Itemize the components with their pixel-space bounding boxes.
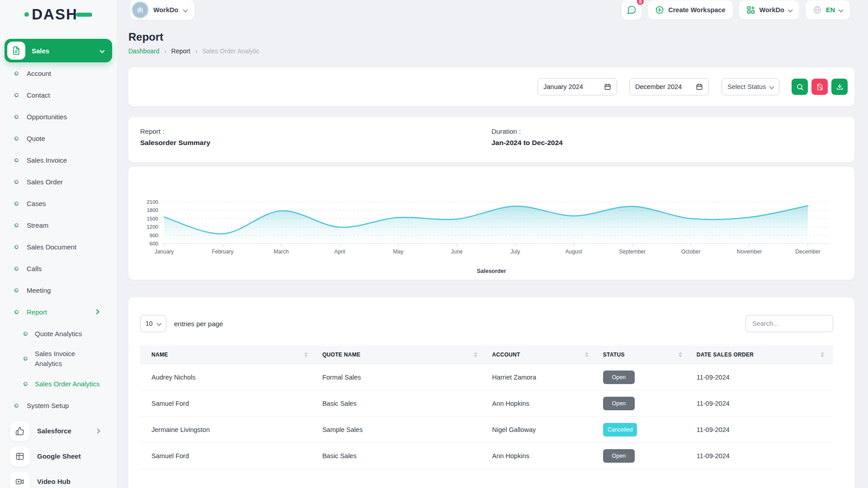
sidebar-group-sales[interactable]: Sales (5, 39, 112, 62)
chart-caption: Salesorder (128, 268, 854, 274)
column-header-quote-name[interactable]: QUOTE NAME (317, 346, 487, 364)
grid-plus-icon (746, 5, 755, 14)
cell-account: Harriet Zamora (486, 364, 597, 390)
status-badge: Open (603, 371, 635, 384)
language-selector[interactable]: EN (806, 0, 850, 19)
sidebar-item-quote-analytics[interactable]: Quote Analytics (24, 323, 112, 344)
cell-date: 11-09-2024 (691, 390, 833, 417)
sidebar-item-sales-invoice-analytics[interactable]: Sales Invoice Analytics (24, 344, 112, 373)
workspace-avatar (132, 2, 148, 18)
sidebar-item-sales-order-analytics[interactable]: Sales Order Analytics (24, 373, 112, 395)
notification-badge: 0 (636, 0, 645, 6)
sidebar-item-account[interactable]: Account (14, 62, 112, 84)
table-row[interactable]: Samuel Ford Basic Sales Ann Hopkins Open… (140, 443, 833, 469)
chevron-down-icon (99, 48, 104, 53)
search-input[interactable] (745, 315, 833, 332)
main-content: Report Dashboard › Report › Sales Order … (117, 20, 868, 488)
table-row[interactable]: Audrey Nichols Formal Sales Harriet Zamo… (140, 364, 833, 390)
cell-status: Cancelled (598, 417, 691, 443)
app-switcher[interactable]: WorkDo (739, 0, 799, 19)
sort-icon[interactable] (679, 352, 682, 357)
bullet-icon (14, 179, 19, 184)
sidebar-item-sales-document[interactable]: Sales Document (14, 236, 112, 258)
workspace-selector[interactable]: WorkDo (130, 0, 194, 20)
sidebar-item-report[interactable]: Report (14, 301, 112, 323)
create-workspace-button[interactable]: Create Workspace (648, 0, 732, 19)
sidebar-item-system-setup[interactable]: System Setup (14, 395, 112, 417)
end-month-input[interactable]: December 2024 (629, 78, 709, 95)
cell-name: Samuel Ford (140, 390, 317, 417)
sidebar-item-sales-invoice[interactable]: Sales Invoice (14, 149, 112, 171)
column-header-name[interactable]: NAME (140, 346, 317, 364)
workspace-name: WorkDo (153, 6, 178, 14)
cell-date: 11-09-2024 (691, 443, 833, 469)
sidebar-item-contact[interactable]: Contact (14, 84, 112, 106)
bullet-icon (14, 93, 19, 98)
create-workspace-label: Create Workspace (668, 6, 725, 14)
cell-account: Ann Hopkins (486, 390, 597, 417)
sort-icon[interactable] (585, 352, 589, 357)
sidebar-item-video-hub[interactable]: Video Hub (10, 469, 112, 488)
sidebar-item-opportunities[interactable]: Opportunities (14, 106, 112, 127)
status-select[interactable]: Select Status (722, 78, 779, 95)
page-size-select[interactable]: 10 (140, 315, 166, 332)
column-header-account[interactable]: ACCOUNT (486, 346, 597, 364)
bullet-icon (14, 114, 19, 119)
bullet-icon (14, 158, 19, 163)
cell-name: Jermaine Livingston (140, 417, 317, 443)
svg-text:February: February (212, 249, 233, 255)
logo-dash-icon (76, 13, 92, 17)
bullet-icon (14, 71, 19, 76)
reset-filter-button[interactable] (811, 79, 828, 95)
language-label: EN (826, 6, 835, 14)
bullet-icon (23, 381, 28, 386)
sidebar-item-calls[interactable]: Calls (14, 258, 112, 279)
bullet-icon (23, 356, 28, 361)
chevron-down-icon (156, 321, 161, 326)
sales-order-table-card: 10 entries per page NAME QUOTE NAME ACCO… (128, 297, 854, 488)
globe-icon (813, 5, 822, 14)
report-value: Salesorder Summary (140, 139, 491, 147)
sort-icon[interactable] (304, 352, 308, 357)
search-button[interactable] (792, 79, 808, 95)
svg-text:June: June (451, 249, 462, 255)
bullet-icon (14, 244, 19, 249)
chat-bubble-icon (627, 5, 637, 15)
start-month-input[interactable]: January 2024 (538, 78, 617, 95)
column-header-date-sales-order[interactable]: DATE SALES ORDER (691, 346, 833, 364)
thumbs-up-icon (10, 421, 30, 441)
sidebar-item-cases[interactable]: Cases (14, 192, 112, 214)
sidebar-item-stream[interactable]: Stream (14, 214, 112, 236)
cell-quote-name: Sample Sales (317, 417, 487, 443)
svg-text:900: 900 (150, 233, 158, 238)
breadcrumb-separator: › (195, 48, 197, 55)
download-button[interactable] (831, 79, 848, 95)
sidebar-item-google-sheet[interactable]: Google Sheet (10, 444, 112, 469)
svg-text:1200: 1200 (146, 224, 158, 230)
topbar: WorkDo 0 (117, 0, 868, 20)
column-header-status[interactable]: STATUS (598, 346, 691, 364)
sidebar-item-meeting[interactable]: Meeting (14, 279, 112, 301)
logo-dot-icon (24, 12, 29, 17)
sidebar-item-sales-order[interactable]: Sales Order (14, 171, 112, 192)
breadcrumb-dashboard[interactable]: Dashboard (128, 47, 160, 55)
sort-icon[interactable] (821, 352, 824, 357)
plus-circle-icon (655, 5, 664, 14)
svg-text:April: April (334, 249, 345, 255)
table-header-row: NAME QUOTE NAME ACCOUNT STATUS DATE SALE… (140, 346, 833, 364)
cell-quote-name: Basic Sales (317, 390, 487, 417)
messages-button[interactable]: 0 (622, 0, 642, 20)
table-row[interactable]: Jermaine Livingston Sample Sales Nigel G… (140, 417, 833, 443)
sidebar-item-salesforce[interactable]: Salesforce (10, 418, 112, 444)
cell-date: 11-09-2024 (691, 364, 833, 390)
breadcrumb-report[interactable]: Report (171, 47, 190, 55)
table-row[interactable]: Samuel Ford Basic Sales Ann Hopkins Open… (140, 390, 833, 417)
bullet-icon (14, 266, 19, 271)
sidebar-item-quote[interactable]: Quote (14, 127, 112, 149)
app-logo[interactable]: DASH (0, 0, 117, 29)
breadcrumb: Dashboard › Report › Sales Order Analyti… (128, 47, 854, 55)
svg-text:March: March (274, 249, 288, 255)
sort-icon[interactable] (474, 352, 477, 357)
bullet-icon (14, 288, 19, 293)
cell-name: Samuel Ford (140, 443, 317, 469)
